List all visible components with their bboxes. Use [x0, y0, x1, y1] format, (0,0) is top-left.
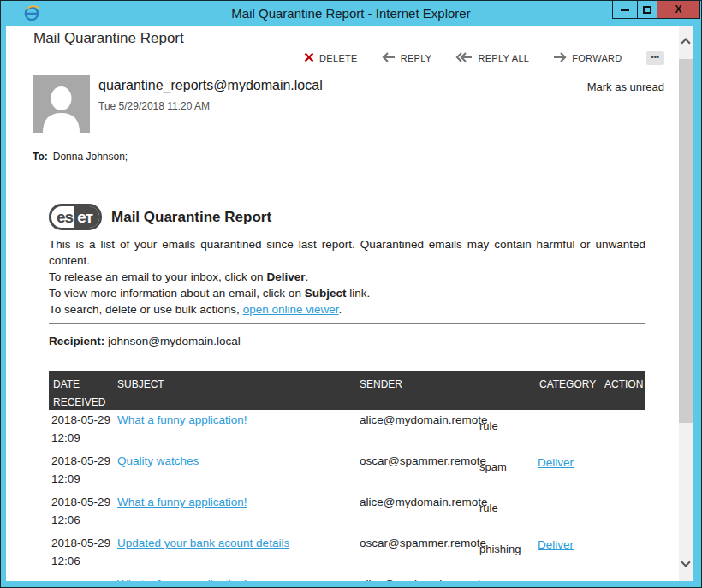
- reply-label: REPLY: [401, 53, 432, 63]
- scrollbar-thumb[interactable]: [679, 59, 693, 423]
- cell-date: 2018-05-29: [51, 454, 110, 467]
- eset-logo: es eт: [49, 204, 102, 230]
- quarantine-table-body: 2018-05-29 12:09 What a funny applicatio…: [49, 410, 645, 581]
- header-action: ACTION: [604, 376, 643, 394]
- release-instruction: To release an email to your inbox, click…: [49, 269, 645, 285]
- eset-logo-right: eт: [74, 206, 99, 228]
- cell-category: phishing: [479, 543, 521, 555]
- scroll-down-icon[interactable]: [681, 557, 690, 567]
- deliver-link[interactable]: Deliver: [538, 456, 574, 469]
- cell-date: 2018-05-29: [51, 537, 110, 549]
- deliver-keyword: Deliver: [266, 270, 305, 283]
- intro-paragraph: This is a list of your emails quarantine…: [49, 236, 645, 269]
- minimize-icon: [621, 9, 629, 11]
- cell-sender: alice@mydomain.remote: [360, 413, 488, 426]
- to-line: To:Donna Johnson;: [33, 151, 128, 163]
- ie-window: Mail Quarantine Report - Internet Explor…: [0, 0, 702, 588]
- maximize-button[interactable]: [637, 1, 657, 18]
- reply-button[interactable]: REPLY: [382, 52, 432, 64]
- cell-category: spam: [479, 460, 507, 473]
- search-instruction: To search, delete or use bulk actions, o…: [49, 301, 645, 318]
- cell-date: 2018-05-29: [51, 496, 110, 508]
- recipient-line: Recipient: johnson@mydomain.local: [49, 333, 645, 349]
- cell-time: 12:09: [51, 472, 80, 485]
- report-title: Mail Quarantine Report: [111, 209, 271, 226]
- subject-link[interactable]: What a funny application!: [117, 578, 247, 581]
- deliver-link[interactable]: Deliver: [538, 538, 574, 551]
- open-online-viewer-link[interactable]: open online viewer: [243, 303, 339, 316]
- subject-keyword: Subject: [305, 287, 347, 300]
- forward-button[interactable]: FORWARD: [553, 52, 622, 64]
- cell-time: 12:06: [51, 514, 80, 526]
- subject-link[interactable]: What a funny application!: [117, 413, 247, 426]
- quarantine-table: DATE RECEIVED SUBJECT SENDER CATEGORY AC…: [49, 371, 645, 581]
- email-body: es eт Mail Quarantine Report This is a l…: [49, 204, 645, 581]
- forward-label: FORWARD: [572, 53, 622, 63]
- mark-as-unread-link[interactable]: Mark as unread: [587, 80, 664, 93]
- delete-button[interactable]: DELETE: [304, 52, 358, 64]
- cell-sender: oscar@spammer.remote: [360, 537, 486, 549]
- cell-sender: alice@mydomain.remote: [360, 578, 488, 581]
- eset-logo-left: es: [51, 206, 74, 228]
- table-row: 2018-05-29 12:06 Updated your bank acoun…: [49, 533, 645, 574]
- report-header: es eт Mail Quarantine Report: [49, 204, 645, 230]
- subject-link[interactable]: Updated your bank acount details: [117, 537, 289, 549]
- cell-sender: oscar@spammer.remote: [360, 454, 486, 467]
- subject-link[interactable]: What a funny application!: [117, 496, 247, 508]
- recipient-value: johnson@mydomain.local: [108, 335, 241, 347]
- sender-avatar: [33, 75, 90, 133]
- header-sender: SENDER: [360, 376, 402, 394]
- window-title: Mail Quarantine Report - Internet Explor…: [1, 6, 701, 21]
- delete-x-icon: [304, 52, 314, 64]
- cell-sender: alice@mydomain.remote: [360, 496, 488, 508]
- title-bar: Mail Quarantine Report - Internet Explor…: [1, 1, 701, 26]
- table-header-row: DATE RECEIVED SUBJECT SENDER CATEGORY AC…: [49, 371, 645, 410]
- reply-all-arrow-icon: [455, 52, 473, 64]
- sent-timestamp: Tue 5/29/2018 11:20 AM: [98, 100, 210, 112]
- maximize-icon: [643, 6, 651, 14]
- cell-category: rule: [479, 419, 498, 432]
- cell-category: rule: [479, 502, 498, 514]
- header-category: CATEGORY: [539, 376, 596, 394]
- page-title: Mail Quarantine Report: [33, 30, 184, 47]
- window-controls: X: [612, 1, 700, 19]
- report-intro: This is a list of your emails quarantine…: [49, 236, 645, 318]
- email-reading-pane: Mail Quarantine Report DELETE REPLY REPL…: [6, 26, 693, 581]
- cell-time: 12:09: [51, 431, 80, 444]
- to-label: To:: [33, 151, 48, 163]
- recipient-label: Recipient:: [49, 335, 104, 347]
- close-button[interactable]: X: [657, 1, 699, 18]
- scroll-up-icon[interactable]: [681, 38, 690, 47]
- header-date-received: DATE RECEIVED: [53, 376, 113, 412]
- table-row: 2018-05-29 12:09 Quality watches oscar@s…: [49, 451, 645, 492]
- reply-arrow-icon: [382, 52, 396, 64]
- table-row: What a funny application! alice@mydomain…: [49, 574, 645, 581]
- reply-all-button[interactable]: REPLY ALL: [455, 52, 529, 64]
- forward-arrow-icon: [553, 52, 567, 64]
- vertical-scrollbar[interactable]: [679, 26, 693, 581]
- mail-toolbar: DELETE REPLY REPLY ALL FORWARD: [304, 51, 664, 65]
- table-row: 2018-05-29 12:09 What a funny applicatio…: [49, 410, 645, 451]
- subject-link[interactable]: Quality watches: [117, 454, 199, 467]
- cell-time: 12:06: [51, 555, 80, 567]
- reply-all-label: REPLY ALL: [478, 53, 529, 63]
- view-instruction: To view more information about an email,…: [49, 285, 645, 301]
- header-subject: SUBJECT: [117, 376, 164, 394]
- minimize-button[interactable]: [613, 1, 637, 18]
- more-actions-button[interactable]: •••: [646, 51, 664, 65]
- delete-label: DELETE: [319, 53, 358, 63]
- sender-address: quarantine_reports@mydomain.local: [98, 78, 323, 93]
- ellipsis-icon: •••: [651, 53, 659, 62]
- to-recipient: Donna Johnson;: [53, 151, 128, 163]
- table-row: 2018-05-29 12:06 What a funny applicatio…: [49, 492, 645, 533]
- cell-date: 2018-05-29: [51, 413, 110, 426]
- divider: [49, 323, 645, 324]
